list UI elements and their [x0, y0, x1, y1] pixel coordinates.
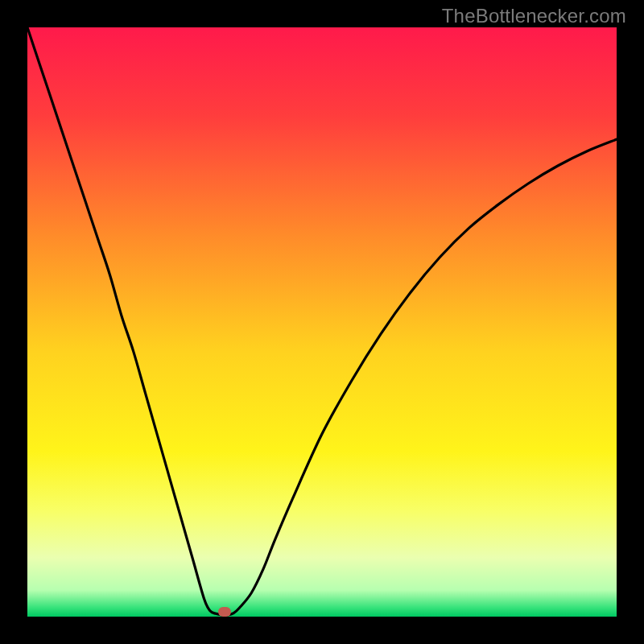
plot-area: [27, 27, 617, 617]
bottleneck-curve: [27, 27, 617, 615]
watermark-text: TheBottlenecker.com: [442, 5, 626, 27]
curve-layer: [27, 27, 617, 617]
vertex-marker: [218, 607, 231, 617]
chart-frame: TheBottlenecker.com: [0, 0, 644, 644]
